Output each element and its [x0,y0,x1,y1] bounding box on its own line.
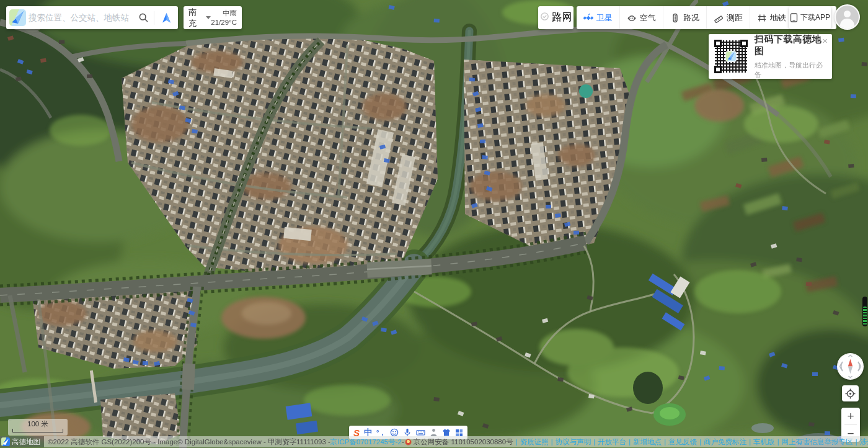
footer-link[interactable]: 协议与声明 [556,437,591,447]
footer-link[interactable]: 资质证照 [520,437,549,447]
metro-label: 地铁 [770,12,786,24]
footer-link[interactable]: 新增地点 [633,437,662,447]
toolbox-grid-icon[interactable] [455,429,463,437]
link-separator: | [664,438,666,446]
level-indicator [862,297,867,326]
amap-logo-mini [1,437,10,446]
footer-link[interactable]: 开放平台 [598,437,626,447]
download-label: 下载APP [800,12,830,23]
search-bar [6,6,178,29]
weather-box: 南充 中雨 21/29°C [184,6,242,29]
link-separator: | [777,438,779,446]
search-icon[interactable] [133,6,154,29]
weather-info: 中雨 21/29°C [211,9,237,27]
air-mask-icon [627,13,637,23]
link-separator: | [856,438,857,446]
weather-temp: 21/29°C [211,18,237,27]
icp-link[interactable]: 京ICP备07017245号-2 [330,437,402,447]
tab-metro[interactable]: 地铁 [750,6,793,29]
phone-icon [790,13,798,22]
satellite-icon [583,13,593,23]
avatar-head [844,11,851,17]
zoom-in-button[interactable]: + [841,408,860,424]
qr-code [714,39,748,74]
footer-link[interactable]: 意见反馈 [668,437,697,447]
brand-chip: 高德地图 [0,436,44,447]
attribution-bar: 高德地图 ©2022 高德软件 GS(2022)200号 - Image© Di… [0,436,868,447]
qr-text: 扫码下载高德地图 精准地图，导航出行必备 [755,34,827,79]
link-separator: | [749,438,751,446]
city-name: 南充 [188,7,203,29]
link-separator: | [516,438,518,446]
footer-link[interactable]: 涉未成年人举报邮箱 [860,437,868,447]
footer-link[interactable]: 车机版 [753,437,775,447]
tab-satellite[interactable]: 卫星 [577,6,619,29]
skin-person-icon[interactable] [430,428,438,437]
compass-icon [837,353,864,380]
search-input[interactable] [29,13,133,22]
download-app-button[interactable]: 下载APP [789,6,831,29]
scale-rule [12,429,63,432]
locate-button[interactable] [842,385,859,401]
emoji-icon[interactable] [390,428,399,437]
measure-label: 测距 [727,12,743,24]
target-icon [845,388,856,399]
traffic-label: 路况 [683,12,699,24]
brand-name: 高德地图 [12,437,40,447]
air-label: 空气 [640,12,656,24]
chevron-down-icon [206,16,211,19]
link-separator: | [699,438,701,446]
directions-icon[interactable] [154,6,178,29]
link-separator: | [593,438,595,446]
toggle-roadnet[interactable]: 路网 [538,6,574,29]
mic-icon[interactable] [403,428,412,437]
avatar-body [840,19,854,29]
qr-title: 扫码下载高德地图 [755,34,827,57]
qr-download-panel: 扫码下载高德地图 精准地图，导航出行必备 × [709,34,832,79]
copyright-text: ©2022 高德软件 GS(2022)200号 - Image© Digital… [48,437,330,447]
police-badge-icon [405,439,412,446]
copyright-band: ©2022 高德软件 GS(2022)200号 - Image© Digital… [44,436,868,447]
circle-check-icon [540,12,549,24]
compass-control[interactable] [837,353,864,380]
qr-subtitle: 精准地图，导航出行必备 [755,61,827,79]
amap-logo[interactable] [9,9,26,26]
tab-air[interactable]: 空气 [619,6,663,29]
scale-label: 100 米 [12,419,63,429]
metro-icon [757,13,767,23]
dash-separator: - [402,438,404,446]
footer-link[interactable]: 网上有害信息举报专区 [782,437,853,447]
footer-link[interactable]: 商户免费标注 [704,437,746,447]
traffic-light-icon [670,13,680,23]
ruler-icon [714,13,724,23]
close-icon[interactable]: × [822,35,828,47]
tab-measure[interactable]: 测距 [706,6,750,29]
police-link[interactable]: 京公网安备 11010502030880号 [414,437,513,447]
tab-traffic[interactable]: 路况 [663,6,706,29]
weather-condition: 中雨 [211,9,237,18]
link-separator: | [629,438,631,446]
scale-bar: 100 米 [8,419,68,436]
city-selector[interactable]: 南充 [188,7,211,29]
keyboard-icon[interactable] [416,428,425,437]
amap-logo-small [725,51,737,62]
shirt-skin-icon[interactable] [442,428,451,437]
satellite-label: 卫星 [596,12,613,24]
link-separator: | [551,438,553,446]
roadnet-label: 路网 [552,11,572,24]
avatar[interactable] [835,4,860,30]
